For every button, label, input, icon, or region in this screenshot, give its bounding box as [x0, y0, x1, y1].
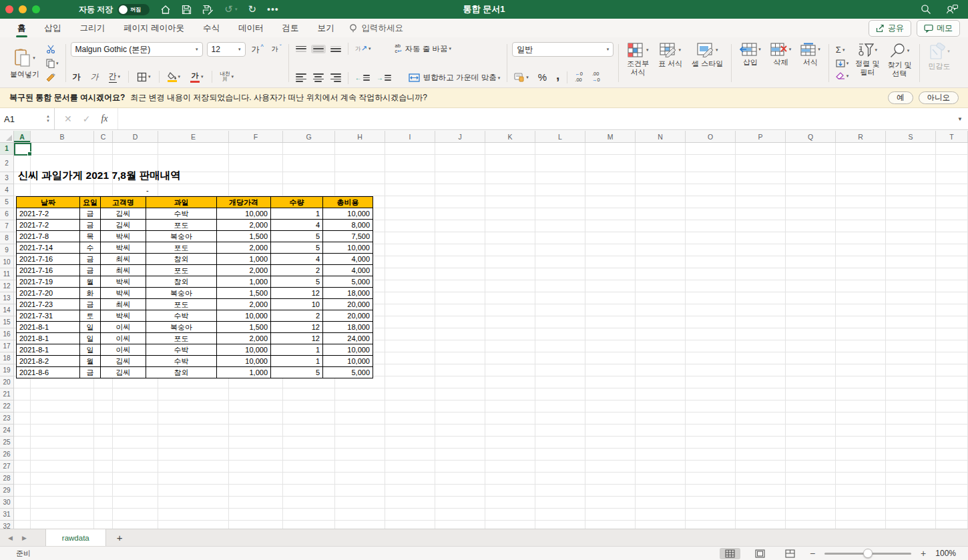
cell[interactable]: 10,000 — [217, 344, 271, 356]
cell[interactable]: 2,000 — [217, 333, 271, 344]
merge-center-button[interactable]: 병합하고 가운데 맞춤 ▾ — [407, 71, 502, 84]
more-commands-icon[interactable]: ••• — [267, 4, 279, 15]
no-button[interactable]: 아니오 — [919, 91, 959, 104]
row-header-18[interactable]: 18 — [0, 352, 13, 364]
cell[interactable]: 1,500 — [217, 322, 271, 333]
cell[interactable]: 김씨 — [101, 208, 146, 220]
align-middle-button[interactable] — [311, 45, 326, 53]
col-header-S[interactable]: S — [886, 131, 936, 142]
cell[interactable]: 10,000 — [323, 208, 373, 220]
cell[interactable]: 목 — [80, 231, 101, 242]
cell[interactable]: 2021-8-2 — [17, 356, 80, 367]
prev-sheet-icon[interactable]: ◀ — [8, 535, 13, 541]
cell[interactable]: 포도 — [146, 220, 217, 231]
cell[interactable]: 수박 — [146, 344, 217, 356]
col-header-T[interactable]: T — [936, 131, 968, 142]
cell[interactable]: 4 — [271, 254, 323, 265]
zoom-slider[interactable] — [824, 553, 911, 555]
cell[interactable]: 2,000 — [217, 265, 271, 276]
row-header-2[interactable]: 2 — [0, 155, 13, 172]
cell[interactable]: 2,000 — [217, 242, 271, 254]
row-header-3[interactable]: 3 — [0, 172, 13, 184]
ribbon-tab-home[interactable]: 홈 — [9, 19, 34, 37]
align-center-button[interactable] — [311, 72, 326, 83]
table-header-cell[interactable]: 총비용 — [323, 197, 373, 208]
decrease-indent-button[interactable]: ← — [353, 73, 372, 83]
cell[interactable]: 복숭아 — [146, 322, 217, 333]
cell[interactable]: 복숭아 — [146, 288, 217, 299]
cell[interactable]: 2021-7-14 — [17, 242, 80, 254]
cell[interactable]: 2,000 — [217, 220, 271, 231]
cell[interactable]: 2021-8-6 — [17, 367, 80, 378]
col-header-L[interactable]: L — [535, 131, 585, 142]
underline-button[interactable]: 간▾ — [107, 69, 123, 84]
table-header-cell[interactable]: 개당가격 — [217, 197, 271, 208]
row-header-8[interactable]: 8 — [0, 232, 13, 244]
cut-button[interactable] — [44, 43, 61, 55]
cell[interactable]: 5,000 — [323, 276, 373, 288]
zoom-window-button[interactable] — [32, 5, 40, 13]
clear-button[interactable]: ▾ — [834, 71, 851, 81]
row-header-15[interactable]: 15 — [0, 316, 13, 328]
minimize-window-button[interactable] — [19, 5, 27, 13]
col-header-O[interactable]: O — [686, 131, 736, 142]
cell[interactable]: 2021-7-16 — [17, 265, 80, 276]
cell[interactable]: 2021-7-23 — [17, 299, 80, 310]
row-header-28[interactable]: 28 — [0, 473, 13, 485]
zoom-out-button[interactable]: − — [810, 548, 815, 559]
fill-button[interactable]: ▾ — [834, 58, 851, 69]
row-header-24[interactable]: 24 — [0, 425, 13, 437]
cell[interactable]: 1 — [271, 344, 323, 356]
sheet-tab-rawdata[interactable]: rawdata — [45, 529, 106, 546]
cell[interactable]: 최씨 — [101, 254, 146, 265]
cell[interactable]: 복숭아 — [146, 231, 217, 242]
increase-font-button[interactable]: 가^ — [250, 43, 266, 57]
cell[interactable]: 1 — [271, 208, 323, 220]
cell[interactable]: 20,000 — [323, 299, 373, 310]
cell[interactable]: 화 — [80, 288, 101, 299]
cell[interactable]: 2021-7-31 — [17, 310, 80, 322]
cell[interactable]: 최씨 — [101, 299, 146, 310]
row-header-19[interactable]: 19 — [0, 364, 13, 376]
insert-function-icon[interactable]: fx — [101, 113, 107, 124]
col-header-I[interactable]: I — [385, 131, 435, 142]
cell[interactable]: 2021-7-16 — [17, 254, 80, 265]
cell[interactable]: 10,000 — [323, 344, 373, 356]
cell[interactable]: 5 — [271, 242, 323, 254]
dash-cell[interactable]: - — [146, 184, 149, 196]
home-icon[interactable] — [160, 5, 171, 15]
cell[interactable]: 이씨 — [101, 322, 146, 333]
row-header-30[interactable]: 30 — [0, 497, 13, 509]
ribbon-tab-view[interactable]: 보기 — [309, 19, 342, 37]
decrease-font-button[interactable]: 가ˇ — [270, 43, 284, 55]
bold-button[interactable]: 가 — [71, 70, 83, 84]
cell[interactable]: 김씨 — [101, 356, 146, 367]
zoom-in-button[interactable]: + — [921, 548, 926, 559]
row-header-11[interactable]: 11 — [0, 268, 13, 280]
autosum-button[interactable]: Σ▾ — [834, 43, 851, 56]
cell[interactable]: 12 — [271, 333, 323, 344]
orientation-button[interactable]: 가↗▾ — [353, 43, 373, 55]
cell[interactable]: 12 — [271, 322, 323, 333]
row-header-22[interactable]: 22 — [0, 400, 13, 412]
row-header-12[interactable]: 12 — [0, 280, 13, 292]
increase-decimal-button[interactable]: .00→0 — [590, 70, 602, 84]
zoom-slider-thumb[interactable] — [863, 549, 873, 558]
borders-button[interactable]: ▾ — [135, 71, 153, 83]
comments-button[interactable]: 메모 — [917, 20, 960, 37]
cell[interactable]: 수박 — [146, 208, 217, 220]
cell[interactable]: 2021-7-2 — [17, 208, 80, 220]
col-header-P[interactable]: P — [736, 131, 786, 142]
cell[interactable]: 10 — [271, 299, 323, 310]
font-color-button[interactable]: 가 ▾ — [188, 69, 206, 84]
align-right-button[interactable] — [328, 72, 343, 83]
row-header-1[interactable]: 1 — [0, 143, 13, 155]
col-header-C[interactable]: C — [94, 131, 113, 142]
cell[interactable]: 수박 — [146, 356, 217, 367]
cell[interactable]: 2021-7-19 — [17, 276, 80, 288]
cell[interactable]: 박씨 — [101, 288, 146, 299]
cell[interactable]: 월 — [80, 356, 101, 367]
cell-styles-button[interactable]: ▾ 셀 스타일 — [688, 42, 726, 69]
row-header-26[interactable]: 26 — [0, 449, 13, 461]
ribbon-tab-review[interactable]: 검토 — [274, 19, 306, 37]
